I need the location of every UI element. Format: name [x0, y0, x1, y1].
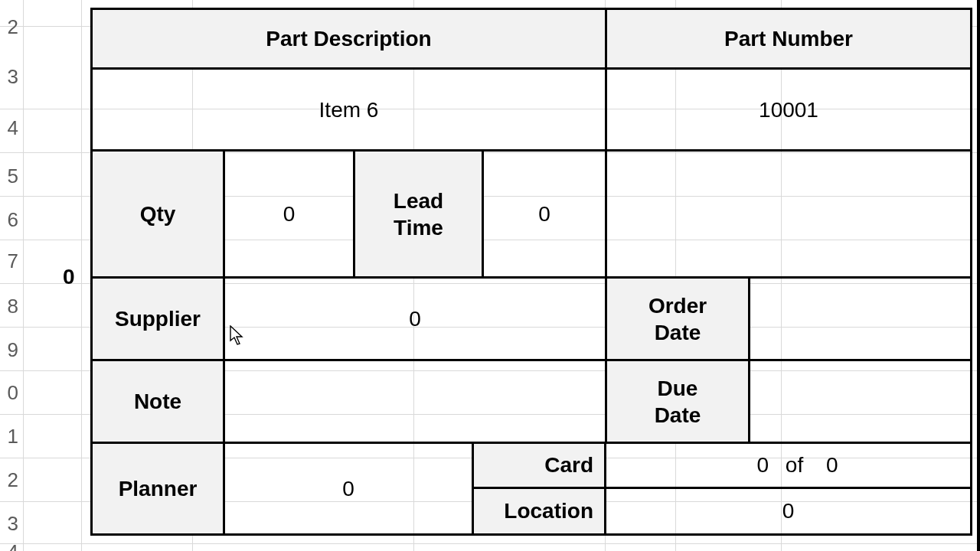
row-number: 3: [0, 512, 23, 536]
label-note: Note: [93, 361, 225, 444]
label-supplier: Supplier: [93, 279, 225, 361]
value-qty[interactable]: 0: [225, 152, 355, 279]
value-order-date[interactable]: [750, 279, 970, 361]
value-location[interactable]: 0: [606, 489, 970, 534]
blank-upper-right: [607, 152, 970, 279]
label-card-location-stack: Card Location: [474, 444, 606, 536]
label-card: Card: [474, 444, 604, 487]
value-card-location-stack: 0 of 0 0: [606, 444, 970, 536]
label-location: Location: [474, 489, 604, 534]
value-supplier[interactable]: 0: [225, 279, 607, 361]
row-number: 1: [0, 425, 23, 448]
kanban-card: Part Description Part Number Item 6 1000…: [90, 8, 972, 536]
value-due-date[interactable]: [750, 361, 970, 444]
value-card-n: 0: [612, 452, 773, 478]
label-order-date: Order Date: [607, 279, 750, 361]
value-planner[interactable]: 0: [225, 444, 474, 536]
label-planner: Planner: [93, 444, 225, 536]
row-number: 3: [0, 65, 23, 89]
value-note[interactable]: [225, 361, 607, 444]
value-card-total: 0: [815, 452, 964, 478]
card-of-group[interactable]: 0 of 0: [612, 452, 964, 478]
right-edge-bar: [977, 0, 980, 551]
label-qty: Qty: [93, 152, 225, 279]
header-part-number: Part Number: [607, 10, 970, 70]
row-number: 7: [0, 249, 23, 273]
row-number: 8: [0, 295, 23, 318]
row-number: 0: [0, 381, 23, 405]
label-of: of: [773, 452, 815, 478]
row-number: 2: [0, 468, 23, 492]
header-part-description: Part Description: [93, 10, 607, 70]
side-index: 0: [63, 265, 75, 289]
value-part-number[interactable]: 10001: [607, 70, 970, 152]
row-number: 5: [0, 165, 23, 188]
row-number: 9: [0, 338, 23, 362]
row-number: 4: [0, 540, 23, 551]
value-lead-time[interactable]: 0: [484, 152, 607, 279]
label-lead-time: Lead Time: [355, 152, 484, 279]
row-number: 4: [0, 116, 23, 140]
row-number: 6: [0, 208, 23, 232]
row-number: 2: [0, 15, 23, 39]
value-part-description[interactable]: Item 6: [93, 70, 607, 152]
label-due-date: Due Date: [607, 361, 750, 444]
